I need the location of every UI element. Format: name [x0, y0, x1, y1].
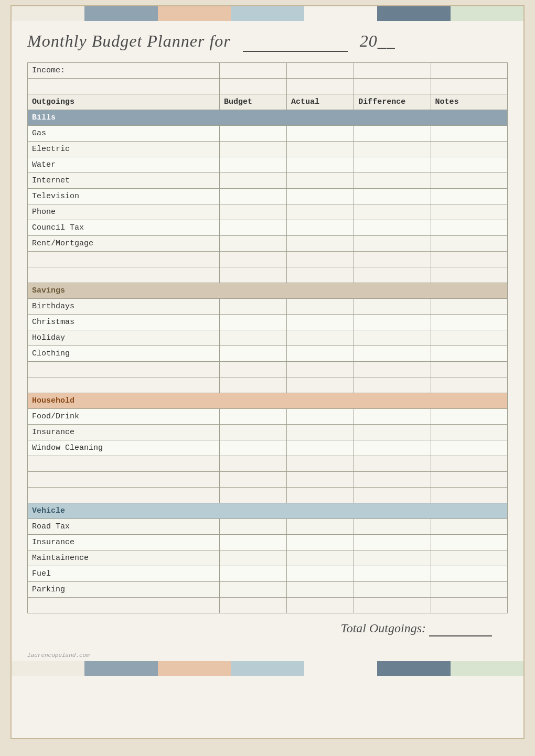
row-actual[interactable] — [287, 535, 354, 550]
row-label: Rent/Mortgage — [28, 236, 220, 252]
month-field[interactable] — [243, 31, 348, 52]
row-budget[interactable] — [220, 173, 287, 189]
empty-row-1 — [28, 79, 508, 94]
row-budget[interactable] — [220, 315, 287, 330]
row-budget[interactable] — [220, 204, 287, 220]
row-actual[interactable] — [287, 440, 354, 456]
row-budget[interactable] — [220, 582, 287, 598]
row-budget[interactable] — [220, 535, 287, 550]
row-diff[interactable] — [354, 519, 431, 535]
row-budget[interactable] — [220, 566, 287, 582]
top-seg-3 — [158, 6, 231, 21]
row-diff[interactable] — [354, 440, 431, 456]
row-diff[interactable] — [354, 330, 431, 346]
row-diff[interactable] — [354, 204, 431, 220]
row-actual[interactable] — [287, 173, 354, 189]
row-notes[interactable] — [431, 173, 507, 189]
row-notes[interactable] — [431, 236, 507, 252]
row-notes[interactable] — [431, 409, 507, 425]
row-actual[interactable] — [287, 189, 354, 204]
table-row: Internet — [28, 173, 508, 189]
row-notes[interactable] — [431, 519, 507, 535]
row-label: Fuel — [28, 566, 220, 582]
row-notes[interactable] — [431, 142, 507, 157]
row-budget[interactable] — [220, 189, 287, 204]
income-budget[interactable] — [220, 63, 287, 79]
row-notes[interactable] — [431, 330, 507, 346]
row-diff[interactable] — [354, 550, 431, 566]
row-actual[interactable] — [287, 315, 354, 330]
row-actual[interactable] — [287, 142, 354, 157]
row-notes[interactable] — [431, 299, 507, 315]
row-budget[interactable] — [220, 409, 287, 425]
row-notes[interactable] — [431, 315, 507, 330]
row-budget[interactable] — [220, 330, 287, 346]
row-diff[interactable] — [354, 173, 431, 189]
top-seg-4 — [231, 6, 304, 21]
total-value-field[interactable] — [429, 621, 492, 636]
row-notes[interactable] — [431, 126, 507, 142]
row-budget[interactable] — [220, 425, 287, 440]
row-budget[interactable] — [220, 440, 287, 456]
row-budget[interactable] — [220, 299, 287, 315]
row-budget[interactable] — [220, 220, 287, 236]
row-actual[interactable] — [287, 236, 354, 252]
row-actual[interactable] — [287, 582, 354, 598]
row-actual[interactable] — [287, 409, 354, 425]
row-diff[interactable] — [354, 535, 431, 550]
row-label: Television — [28, 189, 220, 204]
row-diff[interactable] — [354, 425, 431, 440]
row-actual[interactable] — [287, 157, 354, 173]
income-notes[interactable] — [431, 63, 507, 79]
bills-label: Bills — [28, 110, 508, 126]
row-notes[interactable] — [431, 582, 507, 598]
row-notes[interactable] — [431, 204, 507, 220]
row-diff[interactable] — [354, 346, 431, 362]
row-budget[interactable] — [220, 126, 287, 142]
row-diff[interactable] — [354, 220, 431, 236]
row-budget[interactable] — [220, 519, 287, 535]
row-budget[interactable] — [220, 346, 287, 362]
row-notes[interactable] — [431, 220, 507, 236]
row-notes[interactable] — [431, 189, 507, 204]
row-actual[interactable] — [287, 550, 354, 566]
row-diff[interactable] — [354, 566, 431, 582]
row-diff[interactable] — [354, 236, 431, 252]
row-budget[interactable] — [220, 236, 287, 252]
row-actual[interactable] — [287, 330, 354, 346]
row-diff[interactable] — [354, 315, 431, 330]
row-actual[interactable] — [287, 126, 354, 142]
row-actual[interactable] — [287, 519, 354, 535]
row-actual[interactable] — [287, 299, 354, 315]
row-notes[interactable] — [431, 440, 507, 456]
row-actual[interactable] — [287, 346, 354, 362]
income-diff[interactable] — [354, 63, 431, 79]
table-row: Rent/Mortgage — [28, 236, 508, 252]
row-diff[interactable] — [354, 409, 431, 425]
notes-col-header: Notes — [431, 94, 507, 110]
row-notes[interactable] — [431, 346, 507, 362]
table-row: Phone — [28, 204, 508, 220]
row-budget[interactable] — [220, 550, 287, 566]
row-diff[interactable] — [354, 582, 431, 598]
row-actual[interactable] — [287, 425, 354, 440]
row-diff[interactable] — [354, 299, 431, 315]
table-row: Christmas — [28, 315, 508, 330]
row-actual[interactable] — [287, 566, 354, 582]
row-diff[interactable] — [354, 189, 431, 204]
row-notes[interactable] — [431, 157, 507, 173]
household-section-header: Household — [28, 393, 508, 409]
row-actual[interactable] — [287, 204, 354, 220]
row-diff[interactable] — [354, 126, 431, 142]
row-actual[interactable] — [287, 220, 354, 236]
row-notes[interactable] — [431, 550, 507, 566]
income-actual[interactable] — [287, 63, 354, 79]
income-label: Income: — [28, 63, 220, 79]
row-notes[interactable] — [431, 566, 507, 582]
row-notes[interactable] — [431, 535, 507, 550]
row-diff[interactable] — [354, 157, 431, 173]
row-notes[interactable] — [431, 425, 507, 440]
row-budget[interactable] — [220, 157, 287, 173]
row-diff[interactable] — [354, 142, 431, 157]
row-budget[interactable] — [220, 142, 287, 157]
